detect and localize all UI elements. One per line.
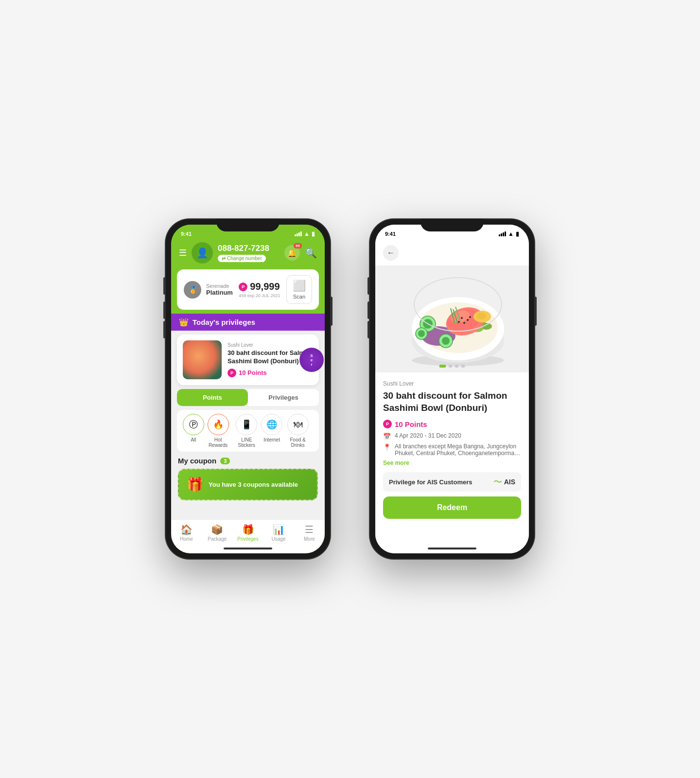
detail-date: 📅 4 Apr 2020 - 31 Dec 2020 bbox=[383, 432, 521, 440]
search-icon[interactable]: 🔍 bbox=[305, 247, 317, 259]
points-number: 99,999 bbox=[250, 281, 280, 292]
phone1-status-icons: ▲ ▮ bbox=[295, 230, 315, 237]
signal-bar-2 bbox=[297, 233, 298, 236]
tab-points[interactable]: Points bbox=[177, 389, 248, 406]
phone2-wifi-icon: ▲ bbox=[508, 230, 514, 237]
usage-nav-label: Usage bbox=[272, 536, 286, 542]
tier-badge: 🏅 bbox=[184, 281, 201, 299]
main-scene: 9:41 ▲ ▮ ☰ 👤 bbox=[165, 219, 535, 559]
more-nav-label: More bbox=[304, 536, 315, 542]
calendar-icon: 📅 bbox=[383, 433, 391, 440]
nav-more[interactable]: ☰ More bbox=[294, 524, 325, 542]
back-button[interactable]: ← bbox=[383, 245, 399, 261]
privileges-nav-label: Privileges bbox=[237, 536, 258, 542]
svg-point-9 bbox=[442, 337, 450, 345]
gift-icon: 🎁 bbox=[187, 477, 204, 493]
usage-nav-icon: 📊 bbox=[273, 524, 285, 535]
scan-icon: ⬜ bbox=[293, 280, 306, 292]
phone-number: 088-827-7238 bbox=[218, 244, 280, 253]
notification-badge-container[interactable]: 🔔 99 bbox=[284, 245, 300, 261]
coupon-text: You have 3 coupons available bbox=[209, 481, 298, 488]
scan-label: Scan bbox=[293, 294, 305, 300]
see-more-link[interactable]: See more bbox=[383, 460, 521, 466]
tab-privileges[interactable]: Privileges bbox=[248, 389, 319, 406]
package-nav-label: Package bbox=[208, 536, 227, 542]
nav-home[interactable]: 🏠 Home bbox=[171, 524, 202, 542]
coupon-header: My coupon 3 bbox=[178, 457, 318, 465]
nav-usage[interactable]: 📊 Usage bbox=[263, 524, 294, 542]
detail-category: Sushi Lover bbox=[383, 380, 521, 387]
crown-icon: 👑 bbox=[179, 318, 189, 327]
svg-point-18 bbox=[461, 317, 463, 319]
phone2-signal bbox=[499, 231, 506, 236]
hot-icon: 🔥 bbox=[208, 414, 229, 435]
svg-point-24 bbox=[476, 313, 486, 319]
food-bowl-thumbnail bbox=[183, 340, 222, 379]
location-text: All branches except Mega Bangna, Jungcey… bbox=[395, 443, 521, 457]
food-svg bbox=[375, 265, 529, 372]
category-hot[interactable]: 🔥 Hot Rewards bbox=[204, 414, 232, 448]
p2-signal-bar-4 bbox=[505, 231, 506, 236]
redeem-button[interactable]: Redeem bbox=[383, 496, 521, 519]
ais-name: AIS bbox=[504, 478, 515, 486]
coupon-card[interactable]: 🎁 You have 3 coupons available bbox=[178, 469, 318, 500]
detail-title: 30 baht discount for Salmon Sashimi Bowl… bbox=[383, 390, 521, 414]
menu-icon[interactable]: ☰ bbox=[179, 248, 187, 258]
food-icon: 🍽 bbox=[287, 414, 309, 435]
location-icon: 📍 bbox=[383, 443, 391, 451]
phone1-inner: 9:41 ▲ ▮ ☰ 👤 bbox=[171, 225, 325, 553]
change-number-button[interactable]: ⇄ Change number bbox=[218, 255, 266, 262]
phone1-wifi-icon: ▲ bbox=[304, 230, 310, 237]
category-internet[interactable]: 🌐 Internet bbox=[261, 414, 282, 448]
coupon-count: 3 bbox=[220, 458, 230, 464]
category-line[interactable]: 📱 LINE Stickers bbox=[232, 414, 261, 448]
promo-points: P 10 Points bbox=[228, 369, 313, 377]
all-label: All bbox=[191, 437, 196, 442]
line-label: LINE Stickers bbox=[232, 437, 261, 448]
nav-privileges[interactable]: 🎁 Privileges bbox=[232, 524, 263, 542]
food-image-large bbox=[375, 265, 529, 372]
phone-2: 9:41 ▲ ▮ ← bbox=[369, 219, 535, 559]
svg-point-20 bbox=[463, 322, 465, 324]
tier-level: Platinum bbox=[206, 289, 233, 296]
phone-1: 9:41 ▲ ▮ ☰ 👤 bbox=[165, 219, 331, 559]
phone2-safe-area bbox=[375, 544, 529, 553]
date-range: 4 Apr 2020 - 31 Dec 2020 bbox=[395, 432, 461, 439]
coupon-section: My coupon 3 🎁 You have 3 coupons availab… bbox=[171, 452, 325, 502]
detail-points-text: 10 Points bbox=[395, 420, 427, 428]
promo-card[interactable]: Sushi Lover 30 baht discount for Salmon … bbox=[177, 335, 319, 385]
phone2-inner: 9:41 ▲ ▮ ← bbox=[375, 225, 529, 553]
p2-signal-bar-2 bbox=[501, 233, 502, 236]
ais-bird-icon: 〜 bbox=[493, 476, 502, 488]
phone2-notch bbox=[420, 219, 484, 231]
bottom-nav: 🏠 Home 📦 Package 🎁 Privileges 📊 Usage bbox=[171, 519, 325, 544]
tier-details: Serenade Platinum bbox=[206, 283, 233, 296]
dot-4 bbox=[461, 365, 465, 368]
points-privileges-tabs: Points Privileges bbox=[177, 389, 319, 406]
dots-indicator bbox=[439, 365, 465, 368]
phone1-safe-area bbox=[171, 544, 325, 553]
phone2-screen: 9:41 ▲ ▮ ← bbox=[375, 225, 529, 553]
avatar: 👤 bbox=[192, 242, 213, 264]
detail-points: P 10 Points bbox=[383, 420, 521, 428]
coupon-title: My coupon bbox=[178, 457, 216, 465]
privileges-text: Today's privileges bbox=[192, 318, 255, 326]
phone1-header: ☰ 👤 088-827-7238 ⇄ Change number 🔔 99 🔍 bbox=[171, 240, 325, 269]
phone1-time: 9:41 bbox=[181, 231, 192, 237]
dot-3 bbox=[455, 365, 459, 368]
detail-points-badge: P bbox=[383, 420, 392, 428]
phone1-home-indicator bbox=[224, 548, 272, 549]
category-food[interactable]: 🍽 Food & Drinks bbox=[282, 414, 313, 448]
nav-package[interactable]: 📦 Package bbox=[202, 524, 232, 542]
food-label: Food & Drinks bbox=[282, 437, 313, 448]
category-all[interactable]: Ⓟ All bbox=[183, 414, 204, 448]
change-icon: ⇄ bbox=[222, 256, 226, 261]
dot-2 bbox=[449, 365, 453, 368]
hot-label: Hot Rewards bbox=[204, 437, 232, 448]
dot-1 bbox=[439, 365, 446, 368]
phone1-screen: 9:41 ▲ ▮ ☰ 👤 bbox=[171, 225, 325, 553]
serenade-seal: Ser bbox=[299, 348, 324, 372]
ais-badge-text: Privilege for AIS Customers bbox=[389, 478, 472, 486]
scan-button[interactable]: ⬜ Scan bbox=[286, 275, 312, 304]
promo-points-text: 10 Points bbox=[239, 369, 267, 376]
